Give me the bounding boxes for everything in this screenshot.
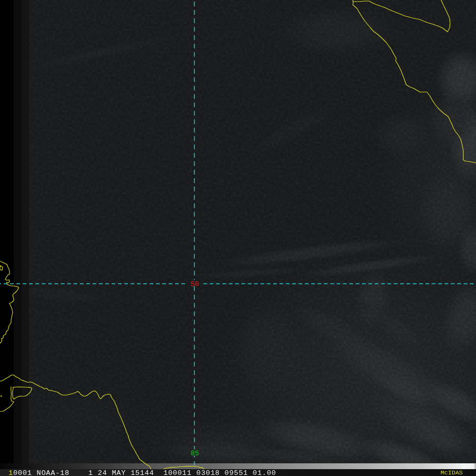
svg-text:85: 85 [191, 450, 199, 457]
svg-text:50: 50 [191, 280, 199, 288]
